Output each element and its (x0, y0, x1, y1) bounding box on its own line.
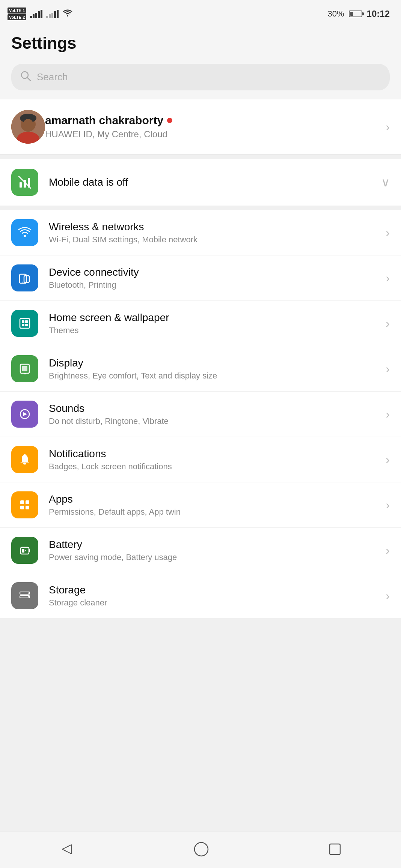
settings-subtitle: Bluetooth, Printing (49, 280, 386, 290)
mobile-data-row[interactable]: Mobile data is off ∨ (0, 159, 401, 206)
bar (51, 13, 53, 18)
chevron-right-icon: › (386, 317, 390, 330)
search-section: Search (0, 64, 401, 99)
svg-point-41 (194, 842, 208, 856)
svg-point-12 (24, 235, 26, 237)
settings-text-connectivity: Device connectivity Bluetooth, Printing (49, 266, 386, 290)
search-placeholder: Search (37, 71, 68, 83)
bar (38, 11, 40, 18)
display-icon (11, 355, 38, 382)
svg-rect-23 (22, 366, 27, 371)
volte-badges: VoLTE 1 VoLTE 2 (8, 8, 26, 21)
nav-bar (0, 832, 401, 868)
settings-item-sounds[interactable]: Sounds Do not disturb, Ringtone, Vibrate… (0, 392, 401, 437)
svg-marker-40 (62, 845, 71, 854)
svg-marker-26 (23, 412, 27, 416)
svg-line-2 (27, 78, 30, 81)
settings-text-wireless: Wireless & networks Wi-Fi, Dual SIM sett… (49, 221, 386, 245)
storage-icon (11, 582, 38, 609)
settings-text-apps: Apps Permissions, Default apps, App twin (49, 493, 386, 517)
svg-rect-8 (20, 182, 22, 188)
settings-item-storage[interactable]: Storage Storage cleaner › (0, 573, 401, 618)
recents-button[interactable] (328, 842, 342, 856)
settings-title: Display (49, 357, 386, 369)
svg-point-39 (28, 596, 29, 598)
settings-text-sounds: Sounds Do not disturb, Ringtone, Vibrate (49, 402, 386, 426)
svg-rect-21 (25, 324, 28, 326)
bar (33, 14, 35, 18)
settings-subtitle: Power saving mode, Battery usage (49, 553, 386, 562)
settings-item-wireless[interactable]: Wireless & networks Wi-Fi, Dual SIM sett… (0, 210, 401, 255)
home-button[interactable] (193, 841, 210, 857)
status-bar: VoLTE 1 VoLTE 2 (0, 0, 401, 26)
settings-text-battery: Battery Power saving mode, Battery usage (49, 539, 386, 562)
settings-item-connectivity[interactable]: Device connectivity Bluetooth, Printing … (0, 255, 401, 301)
svg-rect-24 (24, 373, 26, 374)
svg-rect-29 (20, 500, 24, 504)
settings-item-display[interactable]: Display Brightness, Eye comfort, Text an… (0, 346, 401, 392)
settings-item-notifications[interactable]: Notifications Badges, Lock screen notifi… (0, 437, 401, 482)
homescreen-icon (11, 310, 38, 337)
profile-card[interactable]: amarnath chakraborty HUAWEI ID, My Centr… (0, 99, 401, 155)
volte-badge-1: VoLTE 1 (8, 8, 26, 14)
status-left: VoLTE 1 VoLTE 2 (8, 8, 73, 21)
profile-name-row: amarnath chakraborty (45, 114, 386, 127)
mobile-data-label: Mobile data is off (49, 176, 381, 188)
svg-point-7 (23, 119, 33, 131)
battery-setting-icon (11, 537, 38, 564)
settings-item-homescreen[interactable]: Home screen & wallpaper Themes › (0, 301, 401, 346)
settings-subtitle: Storage cleaner (49, 598, 386, 608)
dropdown-arrow-icon: ∨ (381, 175, 390, 189)
settings-subtitle: Do not disturb, Ringtone, Vibrate (49, 416, 386, 426)
chevron-right-icon: › (386, 271, 390, 285)
svg-rect-32 (26, 506, 29, 509)
svg-point-0 (67, 15, 68, 17)
profile-name: amarnath chakraborty (45, 114, 163, 127)
settings-title: Battery (49, 539, 386, 551)
settings-title: Wireless & networks (49, 221, 386, 233)
settings-subtitle: Permissions, Default apps, App twin (49, 507, 386, 517)
volte-badge-2: VoLTE 2 (8, 14, 26, 20)
settings-text-homescreen: Home screen & wallpaper Themes (49, 312, 386, 335)
clock: 10:12 (367, 9, 390, 19)
bar (54, 11, 56, 18)
svg-rect-20 (22, 324, 24, 326)
settings-subtitle: Wi-Fi, Dual SIM settings, Mobile network (49, 235, 386, 245)
chevron-right-icon: › (386, 362, 390, 376)
svg-rect-34 (29, 549, 30, 552)
svg-rect-18 (22, 320, 24, 323)
search-box[interactable]: Search (11, 64, 390, 90)
avatar (11, 110, 45, 144)
notification-dot (167, 118, 172, 123)
settings-title: Apps (49, 493, 386, 505)
mobile-data-icon (11, 169, 38, 196)
sounds-icon (11, 401, 38, 428)
settings-subtitle: Badges, Lock screen notifications (49, 462, 386, 472)
chevron-right-icon: › (386, 226, 390, 240)
svg-rect-17 (20, 318, 30, 328)
settings-item-apps[interactable]: Apps Permissions, Default apps, App twin… (0, 482, 401, 528)
settings-title: Sounds (49, 402, 386, 414)
settings-title: Home screen & wallpaper (49, 312, 386, 324)
chevron-right-icon: › (386, 120, 390, 134)
battery-icon (349, 11, 362, 17)
svg-rect-19 (25, 320, 28, 323)
notifications-icon (11, 446, 38, 473)
back-button[interactable] (59, 842, 74, 857)
bar (41, 10, 42, 18)
chevron-right-icon: › (386, 407, 390, 421)
svg-point-16 (26, 282, 27, 283)
signal-bars-2 (46, 10, 59, 18)
mobile-data-section: Mobile data is off ∨ (0, 159, 401, 206)
bar (35, 13, 37, 18)
svg-rect-35 (22, 549, 24, 553)
apps-icon (11, 491, 38, 518)
chevron-right-icon: › (386, 498, 390, 512)
svg-point-38 (28, 593, 29, 594)
settings-item-battery[interactable]: Battery Power saving mode, Battery usage… (0, 528, 401, 573)
bar (57, 10, 59, 18)
settings-title: Notifications (49, 448, 386, 460)
svg-rect-30 (26, 500, 29, 504)
page-title: Settings (11, 34, 390, 53)
settings-subtitle: Themes (49, 326, 386, 335)
